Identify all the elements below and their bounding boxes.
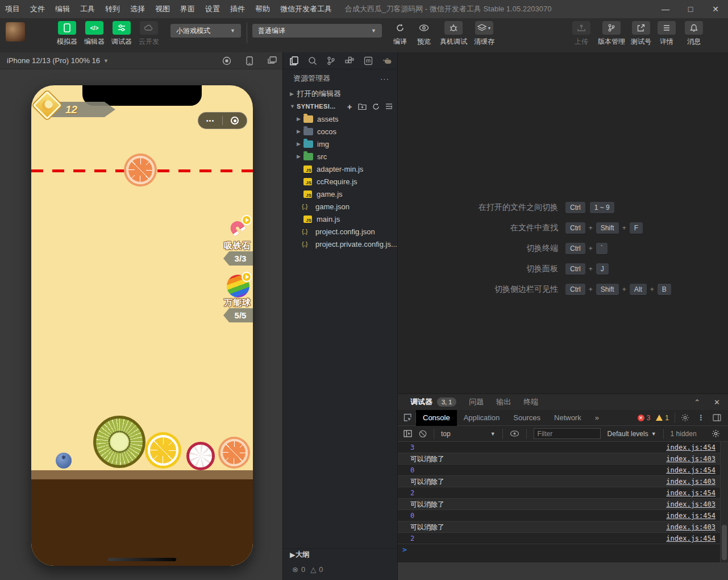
tree-row-file[interactable]: JSccRequire.js bbox=[283, 175, 397, 188]
tab-application[interactable]: Application bbox=[457, 410, 507, 426]
search-icon[interactable] bbox=[308, 56, 317, 65]
settings-gear-icon[interactable] bbox=[681, 413, 689, 422]
menu-edit[interactable]: 编辑 bbox=[50, 0, 75, 18]
menu-plugins[interactable]: 插件 bbox=[225, 0, 250, 18]
console-prompt[interactable]: > bbox=[398, 544, 720, 556]
editor-toggle-button[interactable]: </> 编辑器 bbox=[81, 21, 108, 47]
tab-output[interactable]: 输出 bbox=[496, 397, 511, 407]
eye-icon[interactable] bbox=[510, 430, 519, 437]
refresh-icon[interactable] bbox=[372, 103, 380, 110]
collapse-panel-icon[interactable]: ⌃ bbox=[694, 398, 700, 407]
tab-debugger[interactable]: 调试器 bbox=[410, 397, 432, 407]
clear-cache-button[interactable]: ▼ 清缓存 bbox=[471, 21, 498, 47]
tree-row-folder[interactable]: ▶img bbox=[283, 138, 397, 150]
messages-button[interactable]: 消息 bbox=[680, 21, 708, 47]
maximize-button[interactable]: □ bbox=[678, 0, 703, 18]
upload-button[interactable]: 上传 bbox=[568, 21, 595, 47]
close-button[interactable]: ✕ bbox=[703, 0, 728, 18]
falling-orange-fruit[interactable] bbox=[126, 156, 155, 184]
version-control-button[interactable]: 版本管理 bbox=[594, 21, 629, 47]
minimize-button[interactable]: — bbox=[653, 0, 678, 18]
source-link[interactable]: index.js:454 bbox=[666, 442, 715, 453]
source-link[interactable]: index.js:454 bbox=[666, 533, 715, 544]
device-frame-icon[interactable] bbox=[246, 56, 253, 65]
compile-button[interactable]: 编译 bbox=[389, 21, 411, 47]
new-folder-icon[interactable] bbox=[358, 103, 367, 110]
clear-console-icon[interactable] bbox=[419, 430, 427, 438]
tree-row-file[interactable]: {..}project.private.config.js... bbox=[283, 238, 397, 250]
compile-mode-select[interactable]: 普通编译▼ bbox=[252, 24, 382, 38]
details-button[interactable]: 详情 bbox=[653, 21, 680, 47]
chevron-down-icon: ▼ bbox=[230, 28, 235, 34]
tree-row-file[interactable]: {..}project.config.json bbox=[283, 225, 397, 238]
levels-select[interactable]: Default levels ▼ bbox=[608, 430, 656, 438]
problems-status[interactable]: ⊗ 0 △ 0 bbox=[283, 563, 397, 575]
debugger-toggle-button[interactable]: 调试器 bbox=[108, 21, 135, 47]
source-link[interactable]: index.js:403 bbox=[666, 521, 715, 532]
dock-side-icon[interactable] bbox=[713, 414, 721, 421]
tab-problems[interactable]: 问题 bbox=[469, 397, 484, 407]
project-root-row[interactable]: ▼ SYNTHESI... + bbox=[283, 100, 397, 113]
tree-row-folder[interactable]: ▶cocos bbox=[283, 125, 397, 138]
menu-goto[interactable]: 转到 bbox=[100, 0, 125, 18]
tree-row-file[interactable]: JSmain.js bbox=[283, 213, 397, 225]
menu-tools[interactable]: 工具 bbox=[75, 0, 100, 18]
more-dots-icon[interactable]: ••• bbox=[198, 117, 222, 124]
menu-settings[interactable]: 设置 bbox=[200, 0, 225, 18]
tab-terminal[interactable]: 终端 bbox=[523, 397, 538, 407]
tree-row-folder[interactable]: ▶assets bbox=[283, 113, 397, 125]
inspect-icon[interactable] bbox=[403, 413, 412, 422]
tab-console[interactable]: Console bbox=[416, 410, 457, 426]
tree-row-file[interactable]: JSadapter-min.js bbox=[283, 163, 397, 175]
user-avatar[interactable] bbox=[6, 22, 25, 42]
menu-select[interactable]: 选择 bbox=[125, 0, 150, 18]
menu-interface[interactable]: 界面 bbox=[175, 0, 200, 18]
menu-project[interactable]: 项目 bbox=[0, 0, 25, 18]
teapot-icon[interactable] bbox=[382, 57, 392, 64]
source-link[interactable]: index.js:454 bbox=[666, 465, 715, 475]
console-settings-gear-icon[interactable] bbox=[712, 429, 720, 438]
device-selector[interactable]: iPhone 12/13 (Pro) 100% 16 bbox=[7, 56, 100, 65]
extensions-icon[interactable] bbox=[345, 56, 354, 65]
tree-row-file[interactable]: JSgame.js bbox=[283, 188, 397, 200]
source-link[interactable]: index.js:403 bbox=[666, 499, 715, 509]
source-link[interactable]: index.js:403 bbox=[666, 453, 715, 464]
source-link[interactable]: index.js:454 bbox=[666, 510, 715, 521]
console-scrollbar[interactable] bbox=[720, 442, 728, 562]
test-account-button[interactable]: 测试号 bbox=[626, 21, 656, 47]
exit-target-icon[interactable] bbox=[223, 117, 247, 125]
new-file-icon[interactable]: + bbox=[347, 102, 352, 111]
close-panel-icon[interactable]: ✕ bbox=[714, 398, 720, 407]
collapse-all-icon[interactable] bbox=[385, 103, 393, 110]
more-actions-icon[interactable]: ··· bbox=[380, 74, 389, 83]
cloud-dev-button[interactable]: 云开发 bbox=[135, 21, 163, 47]
filter-input[interactable] bbox=[534, 428, 601, 439]
tab-sources[interactable]: Sources bbox=[506, 410, 547, 426]
npm-icon[interactable] bbox=[364, 56, 373, 65]
files-icon[interactable] bbox=[290, 56, 298, 65]
menu-file[interactable]: 文件 bbox=[25, 0, 50, 18]
menu-help[interactable]: 帮助 bbox=[250, 0, 275, 18]
tab-network[interactable]: Network bbox=[547, 410, 588, 426]
sidebar-toggle-icon[interactable] bbox=[403, 430, 412, 437]
source-control-icon[interactable] bbox=[327, 56, 335, 65]
open-editors-row[interactable]: ▶ 打开的编辑器 bbox=[283, 88, 397, 100]
mode-select[interactable]: 小游戏模式▼ bbox=[170, 24, 241, 38]
tree-row-folder[interactable]: ▶src bbox=[283, 150, 397, 163]
record-icon[interactable] bbox=[222, 56, 231, 65]
wechat-capsule[interactable]: ••• bbox=[198, 112, 247, 129]
menu-devtools[interactable]: 微信开发者工具 bbox=[275, 0, 337, 18]
simulator-toggle-button[interactable]: 模拟器 bbox=[53, 21, 81, 47]
more-tabs-icon[interactable]: » bbox=[588, 410, 606, 426]
preview-button[interactable]: 预览 bbox=[413, 21, 435, 47]
tree-row-file[interactable]: {..}game.json bbox=[283, 200, 397, 213]
source-link[interactable]: index.js:403 bbox=[666, 476, 715, 487]
kebab-menu-icon[interactable]: ⋮ bbox=[697, 413, 705, 422]
mangosteen-fruit bbox=[186, 442, 215, 470]
device-debug-button[interactable]: 真机调试 bbox=[438, 21, 469, 47]
outline-section[interactable]: ▶ 大纲 bbox=[283, 548, 397, 561]
multi-window-icon[interactable] bbox=[268, 56, 277, 65]
menu-view[interactable]: 视图 bbox=[150, 0, 175, 18]
context-select[interactable]: top ▼ bbox=[441, 430, 496, 438]
source-link[interactable]: index.js:454 bbox=[666, 487, 715, 498]
